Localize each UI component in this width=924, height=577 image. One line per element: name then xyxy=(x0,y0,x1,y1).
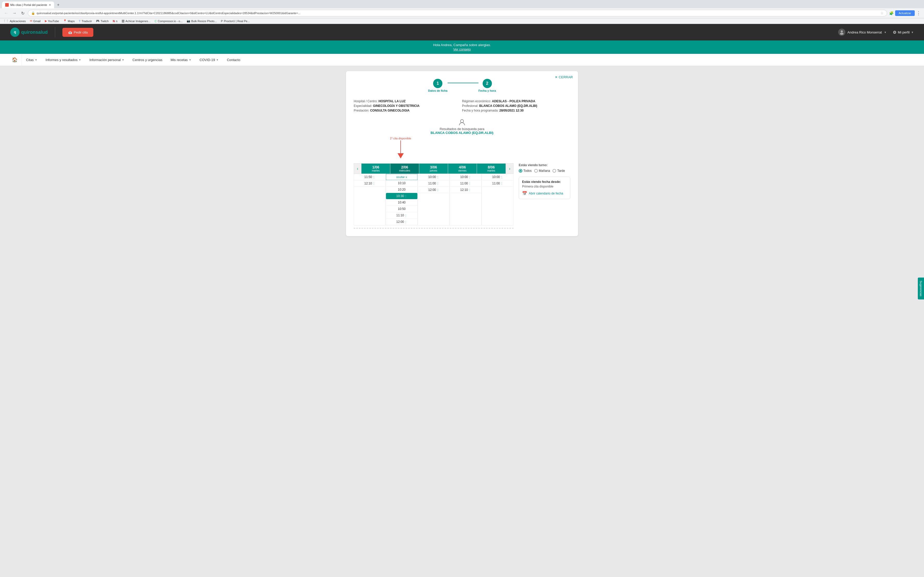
slot-4-1210[interactable]: 12:10 ⋮ xyxy=(450,187,481,193)
slot-2-1010[interactable]: 10:10 xyxy=(386,180,417,187)
open-calendar-link[interactable]: 📅 Abrir calendario de fecha xyxy=(522,191,567,196)
extensions-icon[interactable]: 🧩 xyxy=(889,11,893,15)
slot-2-1110-dots[interactable]: ⋮ xyxy=(404,214,407,217)
bookmark-maps[interactable]: 📍 Maps xyxy=(63,19,75,23)
slot-3-1100[interactable]: 11:00 ⋮ xyxy=(418,181,449,187)
radio-tarde[interactable] xyxy=(552,169,556,172)
bookmark-proctoru[interactable]: P ProctorU | Real Pe... xyxy=(221,19,250,23)
user-info[interactable]: Andrea Rico Monserrat ▼ xyxy=(838,29,887,36)
date-info-box: Estás viendo fecha desde: Primera cita d… xyxy=(519,177,570,199)
red-arrow-container xyxy=(397,140,570,159)
my-profile-button[interactable]: ⚙ Mi perfil ▼ xyxy=(893,30,914,35)
logo[interactable]: q quironsalud xyxy=(10,27,48,37)
date-from-title: Estás viendo fecha desde: xyxy=(522,180,567,184)
mi-perfil-label: Mi perfil xyxy=(898,31,910,34)
logo-area: q quironsalud 📅 Pedir cita xyxy=(10,27,93,37)
nav-contacto[interactable]: Contacto xyxy=(223,54,244,65)
update-button[interactable]: Actualizar xyxy=(895,10,915,16)
slot-3-1200-dots[interactable]: ⋮ xyxy=(436,189,439,192)
date-col-5[interactable]: 8/06 martes xyxy=(477,163,506,174)
bookmark-youtube[interactable]: ▶ YouTube xyxy=(45,19,59,23)
filter-manana[interactable]: Mañana xyxy=(534,169,550,172)
translate-icon: T xyxy=(79,19,81,23)
slot-3-1000[interactable]: 10:00 ⋮ xyxy=(418,174,449,181)
slot-2-hide[interactable]: ocultar x xyxy=(386,174,417,180)
date-col-2[interactable]: 2/06 miércoles xyxy=(390,163,419,174)
slot-2-1030[interactable]: 10:30 ⋮ xyxy=(386,193,417,199)
nav-citas[interactable]: Citas ▼ xyxy=(22,54,42,65)
bookmark-compressor[interactable]: C Compressor.io - o... xyxy=(155,19,183,23)
turn-filter-group: Todos Mañana Tarde xyxy=(519,169,570,172)
nav-covid[interactable]: COVID-19 ▼ xyxy=(195,54,223,65)
slot-5-1100[interactable]: 11:00 ⋮ xyxy=(482,181,513,187)
nav-recetas[interactable]: Mis recetas ▼ xyxy=(166,54,195,65)
next-date-button[interactable]: › xyxy=(506,163,514,174)
tab-favicon xyxy=(5,3,9,7)
refresh-button[interactable]: ↻ xyxy=(19,10,26,16)
nav-info-personal[interactable]: Información personal ▼ xyxy=(85,54,128,65)
radio-manana[interactable] xyxy=(534,169,538,172)
twitch-icon: 🎮 xyxy=(96,19,100,23)
new-tab-button[interactable]: + xyxy=(55,2,61,8)
forward-button[interactable]: → xyxy=(11,10,18,16)
user-icon-area xyxy=(354,118,570,127)
address-bar[interactable]: 🔒 quironsalud.es/portal-paciente/es/cita… xyxy=(28,10,887,16)
slot-4-1100-dots[interactable]: ⋮ xyxy=(468,182,471,185)
slot-3-1200[interactable]: 12:00 ⋮ xyxy=(418,187,449,193)
slot-3-1000-dots[interactable]: ⋮ xyxy=(436,176,439,179)
date-col-1[interactable]: 1/06 martes xyxy=(362,163,390,174)
main-nav: 🏠 Citas ▼ Informes y resultados ▼ Inform… xyxy=(0,54,924,66)
prev-date-button[interactable]: ‹ xyxy=(354,163,362,174)
time-col-1: 11:50 ⋮ 12:10 ⋮ xyxy=(354,174,386,226)
bookmark-bulk-resize[interactable]: 📷 Bulk Resize Photo... xyxy=(187,19,217,23)
slot-1-1150[interactable]: 11:50 ⋮ xyxy=(354,174,385,181)
slot-2-1030-dots[interactable]: ⋮ xyxy=(404,195,407,198)
speciality-row: Especialidad: GINECOLOGÍA Y OBSTETRICIA xyxy=(354,104,462,108)
bookmark-star-icon[interactable]: ☆ xyxy=(880,11,884,15)
slot-3-1100-dots[interactable]: ⋮ xyxy=(436,182,439,185)
search-section: Resultados de búsqueda para BLANCA COBOS… xyxy=(354,118,570,135)
profile-dropdown-arrow: ▼ xyxy=(911,31,914,34)
speciality-value: GINECOLOGÍA Y OBSTETRICIA xyxy=(373,104,420,108)
nav-informes[interactable]: Informes y resultados ▼ xyxy=(42,54,85,65)
close-button[interactable]: ✕ CERRAR xyxy=(555,75,573,79)
bookmark-traducir[interactable]: T Traducir xyxy=(79,19,92,23)
slot-2-1200-dots[interactable]: ⋮ xyxy=(404,221,407,223)
slot-2-1040[interactable]: 10:40 xyxy=(386,199,417,206)
slot-4-1100[interactable]: 11:00 ⋮ xyxy=(450,181,481,187)
slot-2-1110[interactable]: 11:10 ⋮ xyxy=(386,212,417,219)
bookmark-n[interactable]: N n xyxy=(113,19,118,23)
date-col-3[interactable]: 3/06 jueves xyxy=(419,163,448,174)
nav-home-button[interactable]: 🏠 xyxy=(8,54,22,66)
date-col-4[interactable]: 4/06 viernes xyxy=(448,163,477,174)
slot-4-1000[interactable]: 10:00 ⋮ xyxy=(450,174,481,181)
suggestions-tab[interactable]: Sugerencias xyxy=(918,277,924,299)
nav-centros[interactable]: Centros y urgencias xyxy=(128,54,166,65)
menu-button[interactable]: ⋮ xyxy=(916,10,921,16)
active-tab[interactable]: Mis citas | Portal del paciente ✕ xyxy=(2,2,54,8)
bookmark-achicar[interactable]: 🖼 Achicar Imágenes... xyxy=(122,19,150,23)
filter-tarde[interactable]: Tarde xyxy=(552,169,565,172)
ver-consejo-link[interactable]: Ver consejo xyxy=(3,47,921,51)
slot-5-1100-dots[interactable]: ⋮ xyxy=(501,182,503,185)
main-content: ✕ CERRAR 1 Datos de ficha 2 Fecha y hora xyxy=(0,66,924,241)
pedir-cita-button[interactable]: 📅 Pedir cita xyxy=(62,28,93,37)
slot-1-1210-dots[interactable]: ⋮ xyxy=(373,182,375,185)
slot-5-1000-dots[interactable]: ⋮ xyxy=(501,176,503,179)
tab-close-button[interactable]: ✕ xyxy=(49,3,51,7)
bookmark-twitch[interactable]: 🎮 Twitch xyxy=(96,19,108,23)
slot-1-1210[interactable]: 12:10 ⋮ xyxy=(354,181,385,187)
radio-todos[interactable] xyxy=(519,169,522,172)
slot-2-1020[interactable]: 10:20 xyxy=(386,187,417,193)
slot-1-1150-dots[interactable]: ⋮ xyxy=(373,176,375,179)
slot-2-1050[interactable]: 10:50 xyxy=(386,206,417,212)
filter-todos[interactable]: Todos xyxy=(519,169,531,172)
map-icon: 📍 xyxy=(63,19,67,23)
bookmark-gmail[interactable]: ✉ Gmail xyxy=(30,19,41,23)
slot-2-1200[interactable]: 12:00 ⋮ xyxy=(386,219,417,225)
back-button[interactable]: ← xyxy=(3,10,9,16)
slot-4-1210-dots[interactable]: ⋮ xyxy=(468,189,471,192)
slot-4-1000-dots[interactable]: ⋮ xyxy=(468,176,471,179)
bookmark-aplicaciones[interactable]: ⋮⋮ Aplicaciones xyxy=(3,19,26,23)
slot-5-1000[interactable]: 10:00 ⋮ xyxy=(482,174,513,181)
